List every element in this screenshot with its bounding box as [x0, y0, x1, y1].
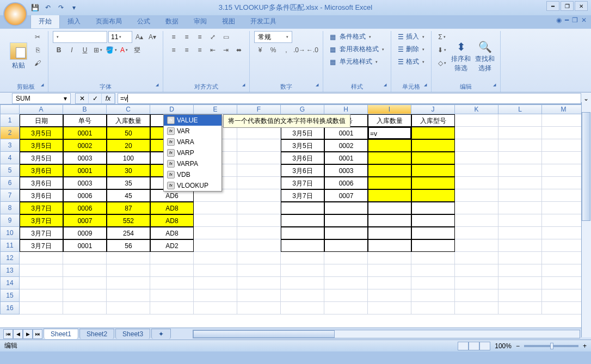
tab-formulas[interactable]: 公式	[130, 15, 158, 28]
cell[interactable]	[498, 202, 542, 214]
cell[interactable]: 0007	[63, 214, 107, 227]
cell[interactable]	[237, 189, 281, 202]
sheet-nav-next[interactable]: ▶	[23, 329, 33, 339]
merge-icon[interactable]: ⬌	[233, 44, 245, 56]
copy-icon[interactable]: ⎘	[32, 44, 44, 56]
dec-decimal-icon[interactable]: ←.0	[306, 44, 318, 56]
zoom-slider[interactable]	[524, 345, 578, 347]
cell[interactable]	[281, 202, 324, 214]
cut-icon[interactable]: ✂	[32, 31, 44, 43]
clear-icon[interactable]: ◇▾	[436, 57, 448, 69]
row-header[interactable]: 16	[0, 302, 20, 314]
cell[interactable]: 45	[107, 189, 150, 202]
sheet-tab[interactable]: Sheet3	[115, 329, 150, 339]
cell[interactable]	[20, 277, 63, 289]
cell[interactable]	[542, 227, 586, 239]
font-color-button[interactable]: A▾	[118, 44, 130, 56]
qat-dropdown-icon[interactable]: ▾	[69, 2, 79, 13]
font-combo[interactable]: ▾	[53, 31, 107, 43]
wrap-text-icon[interactable]: ▭	[220, 31, 232, 43]
cell[interactable]	[411, 189, 455, 202]
orientation-icon[interactable]: ⤢	[207, 31, 219, 43]
cell[interactable]: 3月5日	[20, 127, 63, 139]
cell[interactable]	[455, 202, 498, 214]
enter-button[interactable]: ✓	[89, 94, 102, 103]
horizontal-scrollbar[interactable]	[193, 330, 580, 338]
cell[interactable]	[324, 302, 368, 314]
cell[interactable]	[194, 214, 237, 227]
find-select-button[interactable]: 🔍查找和 选择	[474, 31, 496, 82]
cell[interactable]	[324, 227, 368, 239]
zoom-in-button[interactable]: +	[583, 342, 587, 350]
cell[interactable]: 56	[107, 239, 150, 252]
cell[interactable]: 0003	[324, 164, 368, 177]
italic-button[interactable]: I	[66, 44, 78, 56]
cell[interactable]: 3月5日	[281, 139, 324, 152]
cell[interactable]	[368, 239, 411, 252]
cell[interactable]: 0001	[324, 127, 368, 139]
cell[interactable]	[542, 164, 586, 177]
cell[interactable]	[542, 214, 586, 227]
row-header[interactable]: 14	[0, 277, 20, 289]
cell[interactable]	[498, 189, 542, 202]
row-header[interactable]: 9	[0, 214, 20, 227]
cell[interactable]: 入库数量	[107, 114, 150, 127]
doc-close-button[interactable]: ✕	[581, 16, 587, 24]
col-header[interactable]: F	[237, 104, 281, 114]
cell[interactable]	[237, 127, 281, 139]
cell[interactable]: 0002	[324, 139, 368, 152]
indent-inc-icon[interactable]: ⇥	[220, 44, 232, 56]
col-header[interactable]: H	[324, 104, 368, 114]
cell[interactable]	[455, 164, 498, 177]
cell[interactable]: 单号	[63, 114, 107, 127]
cell[interactable]	[150, 264, 194, 277]
cell[interactable]	[281, 302, 324, 314]
row-header[interactable]: 15	[0, 289, 20, 302]
autocomplete-item[interactable]: fxVARA	[164, 137, 221, 147]
cell[interactable]	[368, 189, 411, 202]
bold-button[interactable]: B	[53, 44, 65, 56]
cell[interactable]	[194, 302, 237, 314]
cell[interactable]	[20, 302, 63, 314]
cell[interactable]	[324, 202, 368, 214]
cell[interactable]	[498, 139, 542, 152]
col-header[interactable]: E	[194, 104, 237, 114]
cell[interactable]	[194, 202, 237, 214]
cell[interactable]: AD8	[150, 227, 194, 239]
fill-color-button[interactable]: 🪣▾	[105, 44, 117, 56]
inc-decimal-icon[interactable]: .0→	[293, 44, 305, 56]
fx-button[interactable]: fx	[102, 94, 115, 103]
currency-icon[interactable]: ¥	[254, 44, 266, 56]
cell[interactable]: 0006	[63, 189, 107, 202]
cell[interactable]	[455, 214, 498, 227]
cell[interactable]	[455, 127, 498, 139]
cell[interactable]	[237, 302, 281, 314]
cell[interactable]	[411, 302, 455, 314]
cell[interactable]	[237, 227, 281, 239]
cell[interactable]	[411, 277, 455, 289]
cell[interactable]	[498, 127, 542, 139]
cell[interactable]	[281, 289, 324, 302]
cell[interactable]	[542, 114, 586, 127]
cell[interactable]	[455, 264, 498, 277]
cell[interactable]: 3月6日	[281, 164, 324, 177]
cell[interactable]	[455, 139, 498, 152]
row-header[interactable]: 13	[0, 264, 20, 277]
cell[interactable]: AD8	[150, 202, 194, 214]
cell[interactable]	[498, 239, 542, 252]
view-layout-icon[interactable]	[469, 342, 479, 350]
cell[interactable]	[542, 277, 586, 289]
cell[interactable]: 0003	[63, 152, 107, 164]
cell[interactable]: 0006	[324, 177, 368, 189]
shrink-font-icon[interactable]: A▾	[146, 31, 158, 43]
cell[interactable]	[150, 289, 194, 302]
cell[interactable]	[237, 202, 281, 214]
cell[interactable]: 50	[107, 127, 150, 139]
vertical-scrollbar[interactable]	[581, 102, 591, 337]
cell[interactable]: 0009	[63, 227, 107, 239]
cell[interactable]: 0002	[63, 139, 107, 152]
cell[interactable]	[368, 289, 411, 302]
cell[interactable]	[542, 189, 586, 202]
cell[interactable]	[498, 152, 542, 164]
cell[interactable]	[324, 277, 368, 289]
